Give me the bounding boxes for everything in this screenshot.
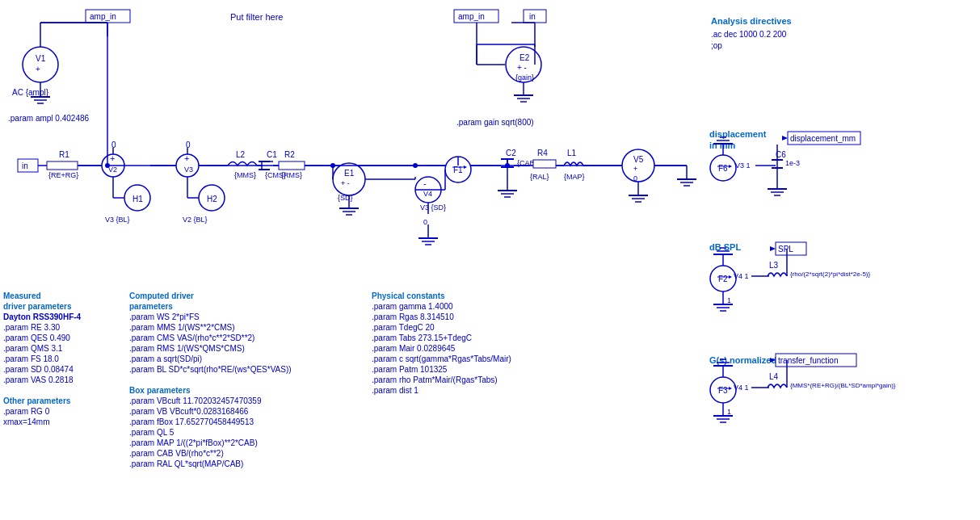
measured-params-header1: Measured [3, 291, 41, 300]
param-vbcuft: .param VBcuft 11.702032457470359 [129, 396, 262, 405]
computed-params-header2: parameters [129, 302, 173, 311]
spl-label: SPL [778, 245, 793, 254]
driver-name: Dayton RSS390HF-4 [3, 312, 82, 321]
gs-normalized-header: G(s) normalized [709, 355, 776, 365]
svg-point-164 [330, 163, 335, 168]
param-map: .param MAP 1/((2*pi*fBox)**2*CAB) [129, 438, 258, 447]
v5-label: V5 [633, 155, 644, 164]
h2-label: H2 [207, 195, 217, 203]
param-ral: .param RAL QL*sqrt(MAP/CAB) [129, 459, 243, 468]
f6-label: F6 [718, 164, 728, 173]
displacement-mm-label: displacement_mm [790, 134, 856, 143]
map-label: {MAP} [564, 173, 585, 181]
param-patm: .param Patm 101325 [372, 365, 448, 374]
c6-val: 1e-3 [785, 159, 800, 167]
amp-in-right-label: amp_in [458, 12, 485, 21]
analysis-line1: .ac dec 1000 0.2 200 [711, 30, 787, 39]
node0-v5: 0 [633, 174, 637, 182]
svg-rect-26 [47, 161, 78, 170]
param-fs: .param FS 18.0 [3, 354, 59, 363]
svg-text:1: 1 [727, 296, 731, 304]
r1-label: R1 [59, 150, 69, 159]
param-gamma: .param gamma 1.4000 [372, 302, 453, 311]
param-mair: .param Mair 0.0289645 [372, 344, 456, 353]
param-rgas: .param Rgas 8.314510 [372, 312, 454, 321]
in-box-label: in [22, 161, 28, 170]
svg-text:+: + [110, 153, 115, 163]
c1-label: C1 [267, 150, 277, 159]
l4-label: L4 [769, 372, 779, 381]
gain-label: {gain} [515, 73, 534, 82]
param-rho: .param rho Patm*Mair/(Rgas*Tabs) [372, 375, 498, 384]
v1-label: V1 [36, 54, 46, 63]
f3-label: F3 [718, 386, 728, 395]
v3-bl-h1: V3 {BL} [105, 216, 130, 224]
computed-params-header1: Computed driver [129, 291, 194, 300]
param-qms: .param QMS 3.1 [3, 344, 63, 353]
param-cab: .param CAB VB/(rho*c**2) [129, 449, 224, 458]
svg-text:V4: V4 [423, 190, 432, 198]
param-fbox: .param fBox 17.652770458449513 [129, 417, 254, 426]
sd-e1: {SD} [338, 194, 353, 202]
r2-label: R2 [284, 150, 295, 159]
param-ws: .param WS 2*pi*FS [129, 312, 200, 321]
in-right-label: in [529, 12, 536, 21]
param-c: .param c sqrt(gamma*Rgas*Tabs/Mair) [372, 354, 511, 363]
e1-label: E1 [344, 169, 355, 178]
displacement-header: displacement [709, 129, 767, 139]
svg-point-71 [622, 149, 654, 182]
v4-1-label: V4 1 [734, 272, 749, 280]
physical-constants-header: Physical constants [372, 291, 445, 300]
svg-rect-70 [533, 160, 556, 168]
l1-label: L1 [567, 149, 577, 157]
rms-label: {RMS} [281, 171, 302, 179]
param-vas: .param VAS 0.2818 [3, 375, 74, 384]
param-tabs: .param Tabs 273.15+TdegC [372, 333, 472, 342]
svg-point-162 [505, 163, 510, 168]
analysis-line2: ;op [711, 41, 722, 50]
param-mms: .param MMS 1/(WS**2*CMS) [129, 323, 235, 332]
svg-text:V3: V3 [184, 166, 193, 174]
svg-point-163 [413, 163, 418, 168]
e2-label: E2 [519, 53, 530, 62]
rho-formula: {rho/(2*sqrt(2)*pi*dist*2e-5)} [790, 270, 870, 278]
measured-params-header2: driver parameters [3, 302, 72, 311]
param-rms: .param RMS 1/(WS*QMS*CMS) [129, 344, 245, 353]
l3-label: L3 [769, 261, 779, 270]
v2-bl-h2: V2 {BL} [183, 216, 208, 224]
param-vb: .param VB VBcuft*0.0283168466 [129, 407, 249, 416]
c2-label: C2 [506, 149, 516, 157]
svg-point-165 [105, 163, 110, 168]
param-rg: .param RG 0 [3, 407, 50, 416]
param-bl: .param BL SD*c*sqrt(rho*RE/(ws*QES*VAS)) [129, 365, 292, 374]
h1-label: H1 [132, 195, 143, 203]
svg-text:V2: V2 [108, 166, 117, 174]
v4-1b-label: V4 1 [734, 384, 749, 392]
svg-text:-: - [423, 178, 427, 188]
node0-left: 0 [111, 140, 116, 149]
analysis-header: Analysis directives [711, 16, 792, 26]
box-params-header: Box parameters [129, 386, 191, 395]
mms-formula: {MMS*(RE+RG)/(BL*SD*ampl*gain)} [790, 382, 896, 389]
param-dist: .param dist 1 [372, 386, 418, 395]
re-rg-label: {RE+RG} [48, 171, 78, 179]
svg-text:+ -: + - [517, 63, 527, 72]
f2-label: F2 [718, 275, 728, 283]
param-ampl: .param ampl 0.402486 [8, 114, 90, 123]
v4-0: 0 [423, 218, 427, 226]
node0-sum2: 0 [186, 140, 191, 149]
amp-in-left-label: amp_in [90, 12, 116, 21]
put-filter-here: Put filter here [230, 12, 283, 22]
mms-label: {MMS} [234, 171, 256, 179]
param-gain: .param gain sqrt(800) [456, 118, 534, 127]
v3-1-label: V3 1 [735, 161, 751, 170]
svg-text:+: + [633, 165, 637, 173]
xmax-label: xmax=14mm [3, 417, 50, 426]
svg-text:+ -: + - [341, 179, 350, 187]
svg-text:+: + [184, 153, 189, 163]
svg-text:+: + [36, 65, 40, 73]
svg-rect-45 [279, 161, 305, 170]
param-a: .param a sqrt(SD/pi) [129, 354, 202, 363]
ral-label: {RAL} [530, 173, 549, 181]
svg-point-3 [23, 47, 58, 82]
